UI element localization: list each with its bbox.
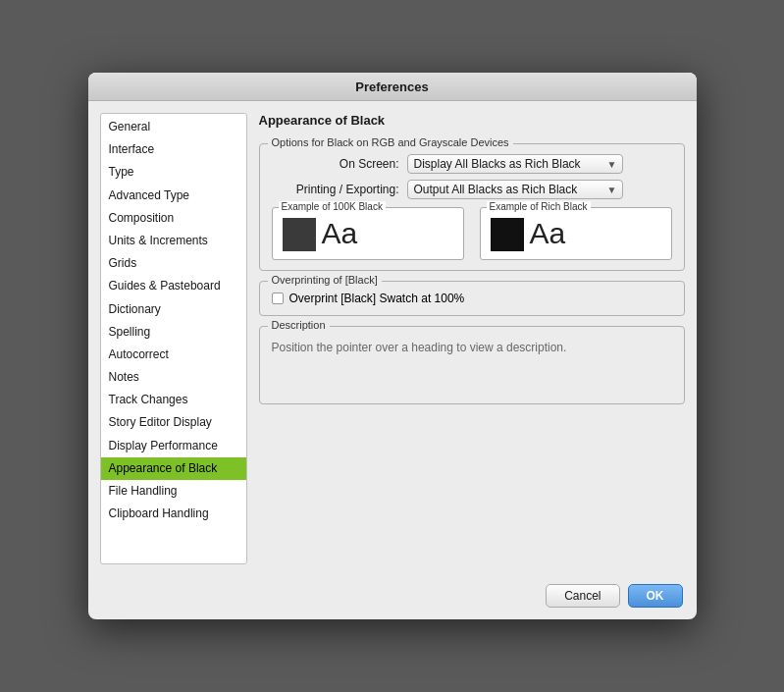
sidebar-item[interactable]: Spelling: [101, 321, 246, 344]
overprint-label: Overprint [Black] Swatch at 100%: [289, 292, 465, 305]
sidebar-item[interactable]: General: [101, 116, 246, 138]
content-area: GeneralInterfaceTypeAdvanced TypeComposi…: [88, 101, 697, 576]
printing-label: Printing / Exporting:: [272, 183, 399, 196]
preferences-dialog: Preferences GeneralInterfaceTypeAdvanced…: [88, 73, 697, 619]
main-panel: Appearance of Black Options for Black on…: [259, 113, 685, 564]
rgb-group-box: Options for Black on RGB and Grayscale D…: [259, 143, 685, 271]
on-screen-label: On Screen:: [272, 157, 399, 171]
title-bar: Preferences: [88, 73, 697, 101]
sidebar-item[interactable]: Story Editor Display: [101, 411, 246, 434]
sidebar-item[interactable]: Guides & Pasteboard: [101, 275, 246, 297]
example-rich-box: Example of Rich Black Aa: [480, 207, 672, 260]
printing-row: Printing / Exporting: Output All Blacks …: [272, 180, 672, 199]
footer: Cancel OK: [88, 576, 697, 619]
example-rich-text: Aa: [530, 219, 566, 248]
printing-select[interactable]: Output All Blacks as Rich BlackOutput Al…: [407, 180, 623, 199]
sidebar-item[interactable]: Interface: [101, 138, 246, 161]
sidebar-item[interactable]: Grids: [101, 252, 246, 275]
example-rich-legend: Example of Rich Black: [487, 201, 591, 212]
sidebar-item[interactable]: Track Changes: [101, 389, 246, 411]
dialog-title: Preferences: [355, 80, 428, 94]
examples-row: Example of 100K Black Aa Example of Rich…: [272, 207, 672, 260]
printing-select-wrapper: Output All Blacks as Rich BlackOutput Al…: [407, 180, 623, 199]
ok-button[interactable]: OK: [628, 584, 683, 608]
sidebar-item[interactable]: Clipboard Handling: [101, 503, 246, 525]
section-title: Appearance of Black: [259, 113, 685, 128]
on-screen-select-wrapper: Display All Blacks as Rich BlackDisplay …: [407, 154, 623, 174]
swatch-rich: [491, 218, 524, 251]
on-screen-select[interactable]: Display All Blacks as Rich BlackDisplay …: [407, 154, 623, 174]
sidebar-item[interactable]: Type: [101, 161, 246, 184]
sidebar-item[interactable]: Composition: [101, 207, 246, 230]
swatch-100k: [283, 218, 316, 251]
cancel-button[interactable]: Cancel: [546, 584, 619, 608]
sidebar-item[interactable]: Dictionary: [101, 298, 246, 321]
example-100k-text: Aa: [322, 219, 358, 248]
description-box: Description Position the pointer over a …: [259, 326, 685, 404]
on-screen-row: On Screen: Display All Blacks as Rich Bl…: [272, 154, 672, 174]
sidebar-item[interactable]: Autocorrect: [101, 344, 246, 366]
sidebar-item[interactable]: Display Performance: [101, 435, 246, 457]
example-100k-box: Example of 100K Black Aa: [272, 207, 464, 260]
overprint-group-legend: Overprinting of [Black]: [268, 274, 382, 286]
example-100k-legend: Example of 100K Black: [279, 201, 386, 212]
description-legend: Description: [268, 319, 330, 331]
overprint-checkbox[interactable]: [272, 293, 284, 304]
sidebar: GeneralInterfaceTypeAdvanced TypeComposi…: [100, 113, 247, 564]
overprint-checkbox-row: Overprint [Black] Swatch at 100%: [272, 292, 672, 305]
sidebar-item[interactable]: Advanced Type: [101, 185, 246, 207]
sidebar-item[interactable]: Appearance of Black: [101, 457, 246, 480]
rgb-group-legend: Options for Black on RGB and Grayscale D…: [268, 136, 513, 148]
description-text: Position the pointer over a heading to v…: [272, 341, 672, 354]
overprint-group-box: Overprinting of [Black] Overprint [Black…: [259, 281, 685, 316]
sidebar-item[interactable]: Notes: [101, 366, 246, 389]
sidebar-item[interactable]: Units & Increments: [101, 230, 246, 252]
sidebar-item[interactable]: File Handling: [101, 480, 246, 503]
